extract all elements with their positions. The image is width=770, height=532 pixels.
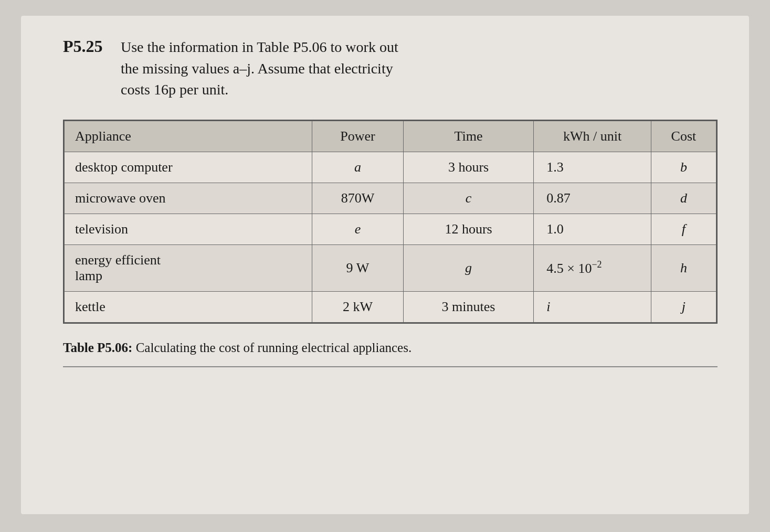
table-row: television e 12 hours 1.0 f (65, 214, 716, 244)
row4-kwh: 4.5 × 10−2 (534, 244, 651, 291)
table-wrapper: Appliance Power Time kWh / unit Cost des… (63, 120, 718, 324)
problem-line1: Use the information in Table P5.06 to wo… (121, 39, 398, 55)
table-row: kettle 2 kW 3 minutes i j (65, 291, 716, 322)
row1-time: 3 hours (403, 152, 533, 183)
row2-appliance: microwave oven (65, 183, 312, 214)
problem-line2: the missing values a–j. Assume that elec… (121, 60, 393, 77)
row2-power: 870W (312, 183, 403, 214)
caption-bold: Table P5.06: (63, 341, 132, 355)
caption-text: Calculating the cost of running electric… (132, 341, 412, 355)
row2-time: c (403, 183, 533, 214)
table-row: desktop computer a 3 hours 1.3 b (65, 152, 716, 183)
problem-header: P5.25 Use the information in Table P5.06… (63, 37, 718, 101)
col-header-cost: Cost (651, 121, 716, 152)
col-header-power: Power (312, 121, 403, 152)
row5-cost: j (651, 291, 716, 322)
row5-kwh: i (534, 291, 651, 322)
problem-line3: costs 16p per unit. (121, 81, 228, 98)
row4-time: g (403, 244, 533, 291)
col-header-appliance: Appliance (65, 121, 312, 152)
col-header-time: Time (403, 121, 533, 152)
row1-cost: b (651, 152, 716, 183)
table-caption: Table P5.06: Calculating the cost of run… (63, 338, 718, 357)
table-row: energy efficientlamp 9 W g 4.5 × 10−2 h (65, 244, 716, 291)
problem-text: Use the information in Table P5.06 to wo… (121, 37, 398, 101)
table-header-row: Appliance Power Time kWh / unit Cost (65, 121, 716, 152)
row3-power: e (312, 214, 403, 244)
table-row: microwave oven 870W c 0.87 d (65, 183, 716, 214)
bottom-line (63, 366, 718, 370)
row5-appliance: kettle (65, 291, 312, 322)
data-table: Appliance Power Time kWh / unit Cost des… (64, 121, 716, 323)
row2-cost: d (651, 183, 716, 214)
row4-power: 9 W (312, 244, 403, 291)
row4-cost: h (651, 244, 716, 291)
row3-appliance: television (65, 214, 312, 244)
row1-power: a (312, 152, 403, 183)
row2-kwh: 0.87 (534, 183, 651, 214)
row1-kwh: 1.3 (534, 152, 651, 183)
row1-appliance: desktop computer (65, 152, 312, 183)
row3-cost: f (651, 214, 716, 244)
row3-kwh: 1.0 (534, 214, 651, 244)
row3-time: 12 hours (403, 214, 533, 244)
problem-number: P5.25 (63, 37, 110, 56)
col-header-kwh: kWh / unit (534, 121, 651, 152)
row5-power: 2 kW (312, 291, 403, 322)
page-container: P5.25 Use the information in Table P5.06… (21, 16, 749, 514)
row4-appliance: energy efficientlamp (65, 244, 312, 291)
row5-time: 3 minutes (403, 291, 533, 322)
